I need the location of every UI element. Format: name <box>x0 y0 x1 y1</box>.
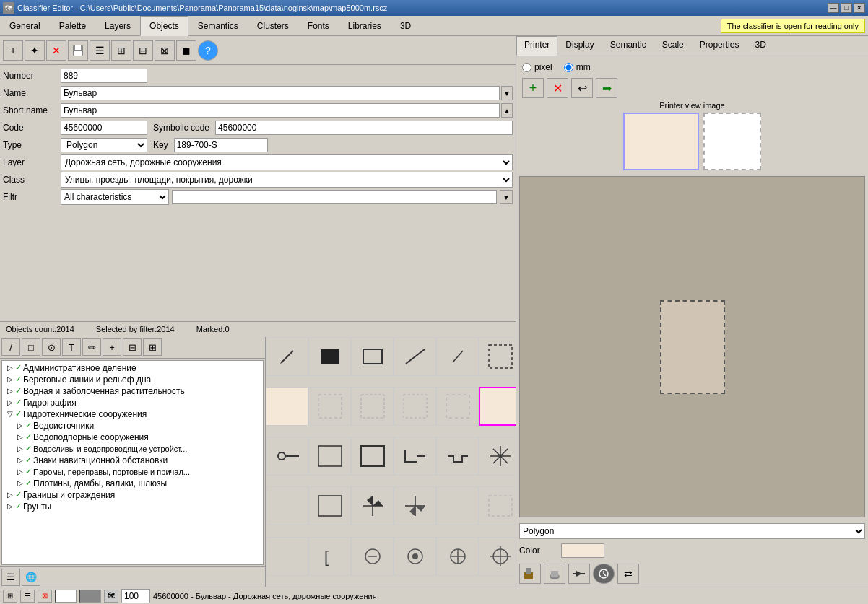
filter-button[interactable]: ⊠ <box>155 40 175 61</box>
symbol-pencil[interactable] <box>266 337 308 376</box>
filtr-text-input[interactable] <box>172 190 497 204</box>
symbol-bracket-open[interactable]: [ <box>308 537 351 576</box>
filtr-dropdown[interactable]: ▼ <box>500 190 513 204</box>
printer-tool-1[interactable] <box>519 564 541 584</box>
tab-clusters[interactable]: Clusters <box>248 16 298 36</box>
symbol-plug[interactable] <box>266 437 308 476</box>
tree-item-navi[interactable]: ▷ ✓ Знаки навигационной обстановки <box>14 455 261 466</box>
code-input[interactable] <box>61 121 147 135</box>
tree-item-water-veg[interactable]: ▷ ✓ Водная и заболоченная растительность <box>4 385 261 397</box>
symbol-dashed-rect5[interactable] <box>436 387 479 426</box>
grid-button[interactable]: ⊟ <box>133 40 153 61</box>
tree-item-coastal[interactable]: ▷ ✓ Береговые линии и рельеф дна <box>4 374 261 385</box>
symbol-rect-outline4[interactable] <box>308 486 351 525</box>
symcode-input[interactable] <box>215 121 513 135</box>
symbols-scroll-area[interactable]: [ <box>266 337 516 587</box>
symbol-dashed-rect2[interactable] <box>308 387 351 426</box>
color-picker[interactable] <box>561 543 604 558</box>
tab-properties[interactable]: Properties <box>692 36 747 56</box>
tree-action-2[interactable]: 🌐 <box>22 569 40 586</box>
tab-libraries[interactable]: Libraries <box>339 16 391 36</box>
zoom-input[interactable] <box>121 589 150 603</box>
tab-objects[interactable]: Objects <box>140 16 188 36</box>
minimize-button[interactable]: — <box>828 3 839 13</box>
symbol-circle-cross[interactable] <box>351 537 394 576</box>
draw-point-tool[interactable]: ⊙ <box>42 338 61 356</box>
expand-icon[interactable]: ▷ <box>15 421 25 431</box>
tab-general[interactable]: General <box>0 16 50 36</box>
close-button[interactable]: ✕ <box>854 3 865 13</box>
symbol-step-down[interactable] <box>394 437 436 476</box>
expand-icon[interactable]: ▷ <box>5 502 15 512</box>
tree-item-ferry[interactable]: ▷ ✓ Паромы, переправы, портовые и причал… <box>14 466 261 478</box>
printer-tool-5[interactable]: ⇄ <box>617 564 639 584</box>
symbol-target[interactable] <box>394 537 436 576</box>
list2-button[interactable]: ⊞ <box>111 40 131 61</box>
draw-node-tool[interactable]: + <box>103 338 121 356</box>
tab-printer[interactable]: Printer <box>516 36 557 56</box>
symbol-diag-line[interactable] <box>394 337 436 376</box>
undo-printer-btn[interactable]: ↩ <box>571 78 593 98</box>
printer-tool-2[interactable] <box>544 564 565 584</box>
add-printer-btn[interactable]: + <box>522 78 544 98</box>
symbol-rect-outline3[interactable] <box>351 437 394 476</box>
key-input[interactable] <box>174 138 268 152</box>
delete-button[interactable]: ✕ <box>46 40 66 61</box>
shortname-scroll-up[interactable]: ▲ <box>501 103 513 118</box>
delete-printer-btn[interactable]: ✕ <box>547 78 568 98</box>
tab-semantic[interactable]: Semantic <box>602 36 654 56</box>
tab-semantics[interactable]: Semantics <box>188 16 248 36</box>
name-scroll-down[interactable]: ▼ <box>501 86 513 100</box>
draw-text-tool[interactable]: T <box>62 338 81 356</box>
symbol-crosshair2[interactable] <box>479 537 516 576</box>
expand-icon[interactable]: ▷ <box>15 467 25 477</box>
symbol-windmill[interactable] <box>351 486 394 525</box>
symbol-rect-fill[interactable] <box>308 337 351 376</box>
symbol-selected-peach[interactable] <box>479 387 516 426</box>
symbol-empty11[interactable] <box>266 537 308 576</box>
status-filter-btn[interactable]: ⊠ <box>38 590 52 603</box>
expand-icon[interactable]: ▷ <box>15 432 25 442</box>
symbol-crosshair[interactable] <box>436 537 479 576</box>
expand-icon[interactable]: ▷ <box>5 490 15 500</box>
symbol-empty8[interactable] <box>266 486 308 525</box>
expand-icon[interactable]: ▷ <box>5 375 15 385</box>
symbol-rect-outline2[interactable] <box>308 437 351 476</box>
draw-poly-tool[interactable]: ✏ <box>82 338 101 356</box>
tab-3d-right[interactable]: 3D <box>747 36 773 56</box>
tree-item-hydro-tech[interactable]: ▽ ✓ Гидротехнические сооружения <box>4 408 261 420</box>
help-button[interactable]: ? <box>198 40 218 61</box>
tree-item-dam[interactable]: ▷ ✓ Плотины, дамбы, валики, шлюзы <box>14 478 261 489</box>
tab-fonts[interactable]: Fonts <box>298 16 339 36</box>
expand-icon[interactable]: ▷ <box>5 398 15 408</box>
symbol-dashed-rect4[interactable] <box>394 387 436 426</box>
symbol-dashed-rect12[interactable] <box>479 486 516 525</box>
class-select[interactable]: Улицы, проезды, площади, покрытия, дорож… <box>61 172 513 188</box>
filtr-select[interactable]: All characteristics <box>61 189 169 205</box>
tree-item-waterchute[interactable]: ▷ ✓ Водосливы и водопроводящие устройст.… <box>14 443 261 455</box>
symbol-step-both[interactable] <box>436 437 479 476</box>
tab-display[interactable]: Display <box>557 36 602 56</box>
tree-action-1[interactable]: ☰ <box>1 569 20 586</box>
name-input[interactable] <box>61 86 500 100</box>
symbol-empty9[interactable] <box>436 486 479 525</box>
tree-item-waterdam[interactable]: ▷ ✓ Водоподпорные сооружения <box>14 432 261 443</box>
expand-icon[interactable]: ▷ <box>5 386 15 396</box>
pixel-radio[interactable] <box>522 63 531 72</box>
add-button[interactable]: + <box>3 40 23 61</box>
symbol-short-line[interactable] <box>436 337 479 376</box>
tab-palette[interactable]: Palette <box>50 16 95 36</box>
status-grid-btn[interactable]: ⊞ <box>3 590 17 603</box>
printer-tool-3[interactable] <box>568 564 590 584</box>
symbol-rect-outline[interactable] <box>351 337 394 376</box>
maximize-button[interactable]: □ <box>841 3 852 13</box>
draw-line-tool[interactable]: / <box>1 338 20 356</box>
number-input[interactable] <box>61 69 147 83</box>
expand-icon[interactable]: ▷ <box>15 444 25 454</box>
tree-item-hydro[interactable]: ▷ ✓ Гидрография <box>4 397 261 408</box>
symbol-dashed-rect1[interactable] <box>479 337 516 376</box>
tree-item-soils[interactable]: ▷ ✓ Грунты <box>4 501 261 512</box>
symbol-asterisk[interactable] <box>479 437 516 476</box>
tree-item-watersrc[interactable]: ▷ ✓ Водоисточники <box>14 420 261 432</box>
tab-layers[interactable]: Layers <box>95 16 140 36</box>
